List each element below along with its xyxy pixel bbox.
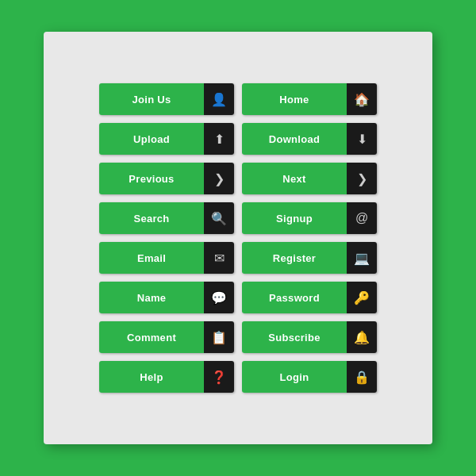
home-button[interactable]: Home🏠 xyxy=(242,83,377,115)
register-button[interactable]: Register💻 xyxy=(242,242,377,274)
comment-button[interactable]: Comment📋 xyxy=(99,321,234,353)
comment-label: Comment xyxy=(99,321,204,353)
login-button[interactable]: Login🔒 xyxy=(242,361,377,393)
register-label: Register xyxy=(242,242,347,274)
name-icon: 💬 xyxy=(204,282,234,313)
help-button[interactable]: Help❓ xyxy=(99,361,234,393)
register-icon: 💻 xyxy=(347,242,377,274)
home-icon: 🏠 xyxy=(347,83,377,115)
signup-icon: @ xyxy=(347,202,377,234)
previous-button[interactable]: Previous❯ xyxy=(99,163,234,194)
subscribe-label: Subscribe xyxy=(242,321,347,353)
next-icon: ❯ xyxy=(347,163,377,194)
login-label: Login xyxy=(242,361,347,393)
upload-button[interactable]: Upload⬆ xyxy=(99,123,234,155)
signup-button[interactable]: Signup@ xyxy=(242,202,377,234)
password-icon: 🔑 xyxy=(347,282,377,313)
download-label: Download xyxy=(242,123,347,155)
email-button[interactable]: Email✉ xyxy=(99,242,234,274)
search-icon: 🔍 xyxy=(204,202,234,234)
subscribe-button[interactable]: Subscribe🔔 xyxy=(242,321,377,353)
next-label: Next xyxy=(242,163,347,194)
join-us-icon: 👤 xyxy=(204,83,234,115)
upload-label: Upload xyxy=(99,123,204,155)
join-us-label: Join Us xyxy=(99,83,204,115)
name-label: Name xyxy=(99,282,204,313)
comment-icon: 📋 xyxy=(204,321,234,353)
signup-label: Signup xyxy=(242,202,347,234)
email-label: Email xyxy=(99,242,204,274)
name-button[interactable]: Name💬 xyxy=(99,282,234,313)
button-grid: Join Us👤Home🏠Upload⬆Download⬇Previous❯Ne… xyxy=(83,67,393,409)
search-label: Search xyxy=(99,202,204,234)
home-label: Home xyxy=(242,83,347,115)
password-label: Password xyxy=(242,282,347,313)
password-button[interactable]: Password🔑 xyxy=(242,282,377,313)
download-button[interactable]: Download⬇ xyxy=(242,123,377,155)
upload-icon: ⬆ xyxy=(204,123,234,155)
previous-label: Previous xyxy=(99,163,204,194)
login-icon: 🔒 xyxy=(347,361,377,393)
search-button[interactable]: Search🔍 xyxy=(99,202,234,234)
previous-icon: ❯ xyxy=(204,163,234,194)
join-us-button[interactable]: Join Us👤 xyxy=(99,83,234,115)
button-card: Join Us👤Home🏠Upload⬆Download⬇Previous❯Ne… xyxy=(44,32,432,444)
next-button[interactable]: Next❯ xyxy=(242,163,377,194)
help-label: Help xyxy=(99,361,204,393)
download-icon: ⬇ xyxy=(347,123,377,155)
subscribe-icon: 🔔 xyxy=(347,321,377,353)
help-icon: ❓ xyxy=(204,361,234,393)
email-icon: ✉ xyxy=(204,242,234,274)
